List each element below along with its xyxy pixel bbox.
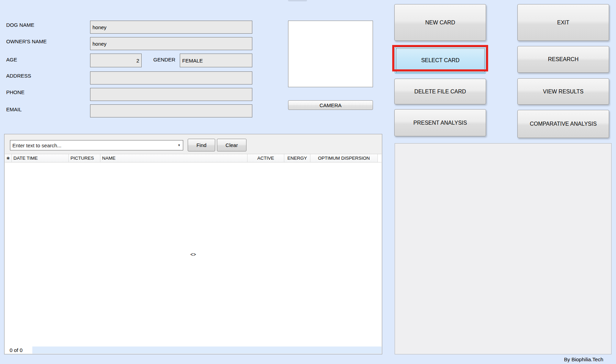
present-analysis-button[interactable]: PRESENT ANALYSIS <box>394 109 486 136</box>
age-label: AGE <box>6 57 17 62</box>
row-indicator-icon: ✱ <box>5 154 12 162</box>
age-field[interactable] <box>90 54 142 67</box>
column-header-date-time[interactable]: DATE TIME <box>12 154 69 162</box>
dog-name-field[interactable] <box>90 21 252 34</box>
select-card-button[interactable]: SELECT CARD <box>395 47 486 74</box>
dog-name-label: DOG NAME <box>6 22 34 28</box>
file-card-window: DOG NAME OWNER'S NAME AGE GENDER ADDRESS… <box>0 0 616 364</box>
records-grid-body[interactable]: <> <box>5 162 382 346</box>
search-combo[interactable]: ▼ <box>10 140 183 150</box>
camera-button[interactable]: CAMERA <box>288 100 373 110</box>
clear-button[interactable]: Clear <box>217 139 246 151</box>
column-header-energy[interactable]: ENERGY <box>284 154 310 162</box>
email-label: EMAIL <box>6 106 22 112</box>
owner-name-field[interactable] <box>90 37 252 50</box>
column-header-name[interactable]: NAME <box>100 154 248 162</box>
record-count-label: 0 of 0 <box>5 346 32 354</box>
address-field[interactable] <box>90 71 252 84</box>
email-field[interactable] <box>90 104 252 117</box>
search-input[interactable] <box>10 143 175 148</box>
records-panel: ▼ Find Clear ✱ DATE TIME PICTURES NAME A… <box>4 134 382 354</box>
comparative-analysis-button[interactable]: COMPARATIVE ANALYSIS <box>517 110 609 138</box>
find-button[interactable]: Find <box>188 139 215 151</box>
grid-header: ✱ DATE TIME PICTURES NAME ACTIVE ENERGY … <box>5 154 382 162</box>
new-card-button[interactable]: NEW CARD <box>394 4 486 41</box>
gender-field[interactable] <box>180 54 252 67</box>
combo-dropdown-icon[interactable]: ▼ <box>175 144 183 147</box>
owner-name-label: OWNER'S NAME <box>6 38 47 44</box>
phone-label: PHONE <box>6 89 24 95</box>
window-edge-artifact <box>288 0 307 1</box>
grid-pager: 0 of 0 <box>5 346 382 354</box>
column-header-optimum-dispersion[interactable]: OPTIMUM DISPERSION <box>310 154 378 162</box>
address-label: ADDRESS <box>6 73 31 79</box>
view-results-button[interactable]: VIEW RESULTS <box>517 78 609 105</box>
phone-field[interactable] <box>90 88 252 101</box>
dog-photo-box <box>288 21 373 87</box>
research-button[interactable]: RESEARCH <box>517 46 609 73</box>
gender-label: GENDER <box>153 57 175 62</box>
results-panel <box>395 143 612 354</box>
column-header-pictures[interactable]: PICTURES <box>69 154 100 162</box>
column-header-active[interactable]: ACTIVE <box>248 154 284 162</box>
column-header-filler <box>378 154 382 162</box>
delete-file-card-button[interactable]: DELETE FILE CARD <box>394 79 486 104</box>
empty-data-indicator: <> <box>190 252 196 257</box>
credit-label: By Biophilia.Tech <box>564 356 603 362</box>
exit-button[interactable]: EXIT <box>517 4 609 41</box>
